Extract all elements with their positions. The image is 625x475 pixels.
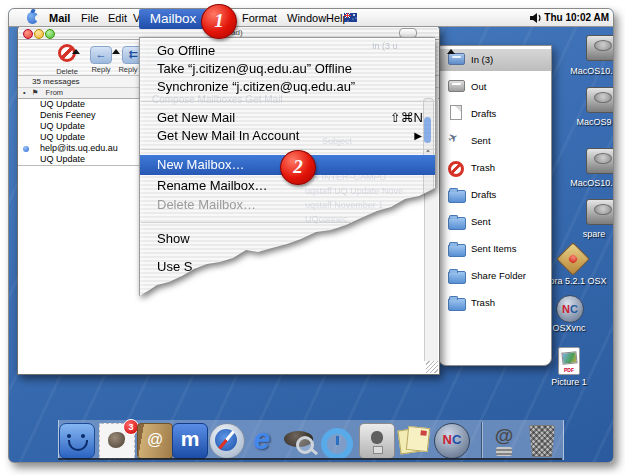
menu-separator: [141, 101, 435, 102]
menu-separator: [141, 149, 435, 150]
desktop-icon-hard-drive[interactable]: [586, 199, 614, 225]
finder-icon[interactable]: [59, 423, 95, 459]
trash-icon[interactable]: [525, 423, 559, 457]
from-column[interactable]: From: [46, 88, 64, 97]
mailbox-item-sent[interactable]: ✈Sent: [439, 130, 551, 152]
menu-separator: [141, 222, 435, 223]
reply-icon: ←: [90, 46, 112, 64]
menubar-clock[interactable]: Thu 10:02 AM: [544, 11, 609, 25]
mailbox-item-out[interactable]: Out: [439, 76, 551, 98]
desktop-icon-label[interactable]: MacOS9: [565, 117, 614, 127]
flag-column-icon[interactable]: ⚑: [32, 88, 39, 97]
eudora-notes-icon[interactable]: [396, 423, 430, 457]
read-column-dot[interactable]: •: [23, 88, 26, 97]
australian-flag-icon[interactable]: [344, 13, 357, 22]
dock-bottom-edge: [58, 458, 562, 460]
mozilla-icon[interactable]: m: [172, 423, 208, 459]
close-button[interactable]: [23, 29, 33, 39]
ghost-row-text: uqstaff November 1: [305, 200, 383, 210]
ghost-scrollbar: ▲▼: [423, 98, 434, 210]
mailbox-item-sent-items[interactable]: Sent Items: [439, 238, 551, 260]
desktop-icon-label[interactable]: MacOS10.3: [565, 178, 614, 188]
mac-desktop: MacOS10.2 MacOS9 MacOS10.3 spare ora 5.2…: [8, 8, 614, 463]
minimize-button[interactable]: [34, 29, 44, 39]
speaker-icon[interactable]: [530, 13, 543, 23]
running-indicator: [447, 49, 455, 54]
menu-item-go-offline[interactable]: Go Offline: [157, 42, 215, 60]
menu-item-get-new-mail[interactable]: Get New Mail: [157, 109, 235, 127]
mailbox-item-trash-folder[interactable]: Trash: [439, 292, 551, 314]
menu-mailbox-title[interactable]: Mailbox: [139, 9, 207, 29]
address-book-icon[interactable]: @: [137, 423, 173, 459]
blue-folder-icon: [448, 271, 466, 284]
submenu-arrow-icon: ▶: [414, 130, 422, 141]
callout-step-1: 1: [201, 4, 237, 39]
message-count: 35 messages: [32, 77, 80, 86]
paper-plane-icon: ✈: [446, 130, 461, 145]
blue-folder-icon: [448, 298, 466, 311]
internet-explorer-icon[interactable]: e: [245, 423, 279, 457]
desktop-icon-hard-drive[interactable]: [586, 87, 614, 113]
menu-item-get-new-mail-in-account[interactable]: Get New Mail In Account: [157, 127, 299, 145]
desktop-icon-hard-drive[interactable]: [586, 148, 614, 174]
menu-mail[interactable]: Mail: [49, 11, 70, 25]
system-preferences-icon[interactable]: [359, 423, 395, 459]
inbox-tray-icon: [448, 53, 465, 65]
menu-edit[interactable]: Edit: [108, 11, 127, 25]
dock-separator: [481, 422, 482, 458]
mailbox-item-in[interactable]: In (3): [439, 49, 551, 71]
menu-item-rename-mailbox[interactable]: Rename Mailbox…: [157, 177, 268, 195]
blue-folder-icon: [448, 217, 466, 230]
blue-folder-icon: [448, 190, 466, 203]
osxvnc-dock-icon[interactable]: NC: [434, 423, 470, 459]
draft-page-icon: [450, 105, 462, 120]
desktop-icon-label[interactable]: ora 5.2.1 OSX: [543, 276, 613, 286]
pdf-tag: PDF: [559, 367, 579, 373]
menu-window[interactable]: Window: [287, 11, 326, 25]
safari-icon[interactable]: [209, 423, 245, 459]
mail-icon[interactable]: 3: [99, 423, 135, 459]
menu-file[interactable]: File: [81, 11, 99, 25]
resize-grip[interactable]: [426, 361, 438, 373]
mailbox-item-drafts-folder[interactable]: Drafts: [439, 184, 551, 206]
unread-dot: [23, 146, 29, 152]
vnc-glyph-c: C: [570, 303, 578, 315]
ghost-row-text: uqstaff UQ Update Nove: [305, 186, 403, 196]
mailbox-item-drafts[interactable]: Drafts: [439, 103, 551, 125]
outbox-tray-icon: [448, 80, 465, 92]
blue-folder-icon: [448, 244, 466, 257]
desktop-icon-label[interactable]: Picture 1: [539, 377, 599, 387]
mailbox-item-trash[interactable]: Trash: [439, 157, 551, 179]
menu-item-show[interactable]: Show: [157, 230, 190, 248]
menu-format[interactable]: Format: [242, 11, 277, 25]
zoom-button[interactable]: [45, 29, 55, 39]
osxvnc-app-icon[interactable]: NC: [556, 295, 584, 323]
quicktime-icon[interactable]: [320, 423, 354, 457]
mailbox-item-share-folder[interactable]: Share Folder: [439, 265, 551, 287]
running-indicator: [112, 49, 120, 54]
at-spring-icon[interactable]: @: [487, 425, 521, 459]
mailbox-drawer: In (3) Out Drafts ✈Sent Trash Drafts Sen…: [438, 45, 552, 366]
no-entry-icon: [448, 161, 464, 177]
desktop-icon-label[interactable]: MacOS10.2: [565, 66, 614, 76]
menu-item-delete-mailbox: Delete Mailbox…: [157, 196, 256, 214]
desktop-icon-label[interactable]: spare: [565, 229, 614, 239]
tutorial-screenshot: MacOS10.2 MacOS9 MacOS10.3 spare ora 5.2…: [0, 0, 625, 475]
menu-item-take-offline[interactable]: Take “j.citizen@uq.edu.au” Offline: [157, 60, 352, 78]
menu-item-synchronize[interactable]: Synchronize “j.citizen@uq.edu.au”: [157, 78, 355, 96]
ghost-title-text: In (3 u: [372, 41, 398, 51]
picture-file-icon[interactable]: PDF: [558, 347, 580, 375]
running-indicator: [72, 49, 80, 54]
desktop-icon-hard-drive[interactable]: [586, 35, 614, 61]
menubar: Mail File Edit Vie Format Window Help Th…: [9, 9, 613, 27]
apple-menu-icon[interactable]: [27, 12, 38, 24]
vnc-glyph-n: N: [562, 303, 570, 315]
shortcut-get-new-mail: ⇧⌘N: [390, 109, 423, 127]
menu-item-use-torn[interactable]: Use S: [157, 258, 192, 276]
callout-step-2: 2: [280, 150, 316, 185]
mailbox-item-sent-folder[interactable]: Sent: [439, 211, 551, 233]
ghost-subject-text: Subject: [322, 136, 352, 146]
eudora-app-icon[interactable]: [556, 242, 590, 276]
sherlock-icon[interactable]: [282, 423, 316, 457]
